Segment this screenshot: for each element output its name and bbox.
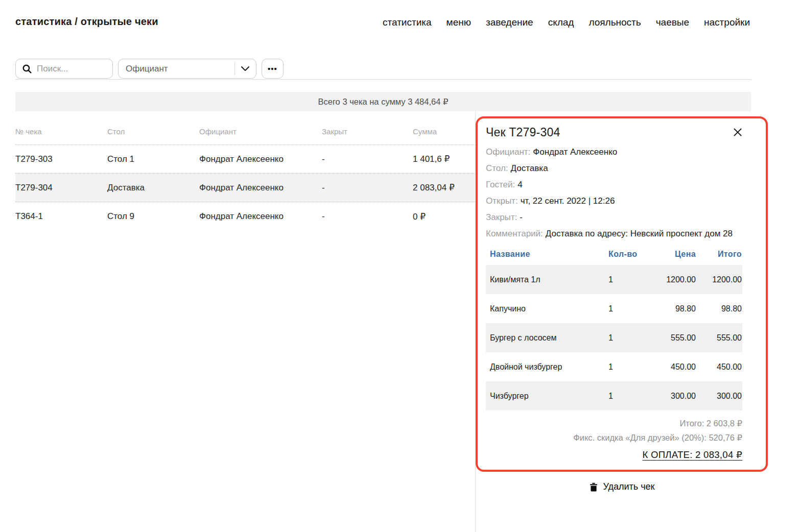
item-qty: 1 [608,275,645,284]
item-name: Киви/мята 1л [486,275,608,284]
items-table-header: Название Кол-во Цена Итого [486,250,742,265]
check-detail-card: Чек Т279-304 Официант:Фондрат Алексеенко… [476,116,768,472]
more-filters-button[interactable]: ••• [262,59,284,79]
col-header-sum: Сумма [413,127,475,136]
table-row[interactable]: Т364-1 Стол 9 Фондрат Алексеенко - 0 ₽ [15,202,475,231]
waiter-cell: Фондрат Алексеенко [199,183,322,193]
detail-label: Закрыт: [486,212,517,222]
table-cell: Доставка [107,183,199,193]
closed-cell: - [322,183,413,193]
item-price: 98.80 [645,304,696,313]
check-title: Чек Т279-304 [486,126,560,139]
item-price: 1200.00 [645,275,696,284]
check-number-cell: Т364-1 [15,211,107,222]
search-box[interactable] [15,59,113,79]
toolbar-divider [15,79,751,80]
waiter-filter-select[interactable]: Официант [118,59,256,79]
breadcrumb[interactable]: статистика / открытые чеки [15,16,158,28]
list-item: Киви/мята 1л 1 1200.00 1200.00 [486,265,742,294]
nav-item-settings[interactable]: настройки [704,17,750,28]
nav-item-statistics[interactable]: статистика [383,17,432,28]
waiter-filter-label: Официант [126,64,234,74]
detail-value: Фондрат Алексеенко [533,147,617,157]
checks-table-header: № чека Стол Официант Закрыт Сумма [15,118,475,145]
check-items-table: Название Кол-во Цена Итого Киви/мята 1л … [486,250,742,410]
close-icon [733,130,742,138]
filters-toolbar: Официант ••• [15,59,284,79]
item-price: 450.00 [645,362,696,372]
list-item: Капучино 1 98.80 98.80 [486,294,742,323]
select-divider [234,63,235,75]
list-item: Бургер с лососем 1 555.00 555.00 [486,323,742,352]
table-row-selected[interactable]: Т279-304 Доставка Фондрат Алексеенко - 2… [15,174,475,202]
item-qty: 1 [608,304,645,313]
main-nav: статистика меню заведение склад лояльнос… [383,17,750,28]
detail-value: 4 [518,180,522,189]
detail-value: чт, 22 сент. 2022 | 12:26 [521,196,615,206]
item-total: 450.00 [696,362,742,372]
col-header-table: Стол [107,127,199,136]
table-cell: Стол 1 [107,154,199,164]
col-header-waiter: Официант [199,127,322,136]
close-panel-button[interactable] [729,126,742,139]
to-pay-line: К ОПЛАТЕ: 2 083,04 ₽ [486,449,742,461]
item-qty: 1 [608,362,645,372]
trash-icon [589,482,598,492]
item-name: Капучино [486,304,608,313]
items-col-name: Название [486,250,608,259]
table-row[interactable]: Т279-303 Стол 1 Фондрат Алексеенко - 1 4… [15,145,475,174]
check-number-cell: Т279-303 [15,154,107,164]
nav-item-tips[interactable]: чаевые [656,17,689,28]
chevron-down-icon [241,66,250,71]
col-header-closed: Закрыт [322,127,413,136]
detail-value: Доставка по адресу: Невский проспект дом… [546,229,733,238]
nav-item-loyalty[interactable]: лояльность [589,17,641,28]
detail-table: Стол:Доставка [486,162,742,174]
item-qty: 1 [608,392,645,401]
detail-guests: Гостей:4 [486,179,742,190]
detail-value: Доставка [511,163,548,173]
item-name: Чизбургер [486,392,608,401]
detail-comment: Комментарий:Доставка по адресу: Невский … [486,228,742,239]
ellipsis-icon: ••• [268,64,277,73]
search-icon [22,64,32,74]
detail-label: Гостей: [486,180,515,189]
table-cell: Стол 9 [107,211,199,222]
checks-table: № чека Стол Официант Закрыт Сумма Т279-3… [15,118,475,231]
nav-item-stock[interactable]: склад [548,17,574,28]
nav-item-menu[interactable]: меню [447,17,471,28]
nav-item-venue[interactable]: заведение [486,17,533,28]
check-detail-panel: Чек Т279-304 Официант:Фондрат Алексеенко… [475,111,799,532]
item-qty: 1 [608,333,645,343]
detail-label: Открыт: [486,196,518,206]
check-totals: Итого: 2 603,8 ₽ Фикс. скидка «Для друзе… [486,419,742,461]
sum-cell: 2 083,04 ₽ [413,182,475,193]
check-card-header: Чек Т279-304 [486,126,742,139]
detail-value: - [520,212,523,222]
item-price: 555.00 [645,333,696,343]
list-item: Чизбургер 1 300.00 300.00 [486,381,742,410]
search-input[interactable] [37,64,106,74]
detail-closed: Закрыт:- [486,211,742,223]
discount-line: Фикс. скидка «Для друзей» (20%): 520,76 … [486,433,742,443]
item-total: 555.00 [696,333,742,343]
summary-text: Всего 3 чека на сумму 3 484,64 ₽ [318,97,449,107]
item-total: 1200.00 [696,275,742,284]
item-total: 300.00 [696,392,742,401]
summary-bar: Всего 3 чека на сумму 3 484,64 ₽ [15,92,751,111]
col-header-check-number: № чека [15,127,107,136]
items-col-total: Итого [696,250,742,259]
closed-cell: - [322,154,413,164]
sum-cell: 0 ₽ [413,211,475,222]
items-col-price: Цена [645,250,696,259]
closed-cell: - [322,211,413,222]
items-col-qty: Кол-во [608,250,645,259]
list-item: Двойной чизбургер 1 450.00 450.00 [486,352,742,381]
item-price: 300.00 [645,392,696,401]
delete-check-button[interactable]: Удалить чек [476,481,768,492]
check-number-cell: Т279-304 [15,183,107,193]
item-total: 98.80 [696,304,742,313]
delete-check-label: Удалить чек [603,481,655,492]
sum-cell: 1 401,6 ₽ [413,154,475,164]
detail-label: Стол: [486,163,508,173]
